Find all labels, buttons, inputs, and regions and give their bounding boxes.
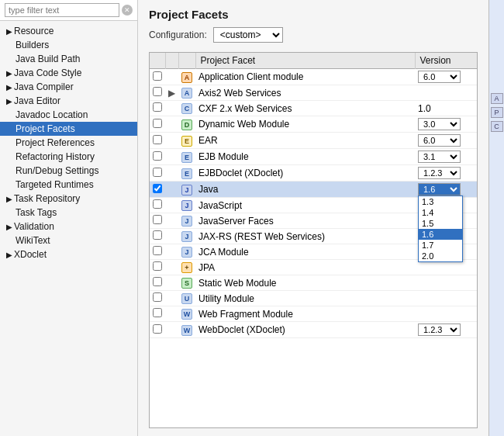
sidebar-item-7[interactable]: Project Facets bbox=[0, 122, 137, 136]
sidebar-item-6[interactable]: Javadoc Location bbox=[0, 108, 137, 122]
sidebar-item-10[interactable]: Run/Debug Settings bbox=[0, 164, 137, 178]
row-checkbox[interactable] bbox=[153, 215, 162, 224]
row-facet-icon-cell: D bbox=[178, 116, 195, 133]
version-select[interactable]: 3.0 bbox=[418, 118, 461, 130]
row-expand-arrow bbox=[165, 306, 178, 322]
version-select[interactable]: 6.0 bbox=[418, 71, 461, 83]
row-checkbox[interactable] bbox=[153, 151, 162, 161]
sidebar-item-8[interactable]: Project References bbox=[0, 136, 137, 150]
dropdown-option[interactable]: 2.0 bbox=[419, 251, 462, 261]
right-panel: A P C bbox=[488, 0, 504, 436]
row-checkbox[interactable] bbox=[153, 71, 162, 81]
facet-icon: J bbox=[181, 216, 192, 227]
sidebar-item-label: Java Code Style bbox=[14, 67, 81, 78]
config-select[interactable]: <custom> bbox=[213, 27, 283, 43]
sidebar-item-label: Builders bbox=[16, 40, 49, 50]
java-version-dropdown[interactable]: 1.31.41.51.61.72.0 bbox=[418, 196, 463, 262]
sidebar-item-16[interactable]: ▶XDoclet bbox=[0, 247, 137, 261]
facets-table-wrapper: Project Facet Version AApplication Clien… bbox=[149, 52, 478, 428]
sidebar-item-label: Run/Debug Settings bbox=[16, 165, 98, 176]
sidebar-items-list: ▶ResourceBuildersJava Build Path▶Java Co… bbox=[0, 21, 137, 436]
row-checkbox[interactable] bbox=[153, 102, 162, 112]
row-checkbox[interactable] bbox=[153, 324, 162, 334]
row-checkbox[interactable] bbox=[153, 246, 162, 255]
sidebar-item-13[interactable]: Task Tags bbox=[0, 206, 137, 220]
clear-search-button[interactable]: ✕ bbox=[122, 5, 133, 16]
row-checkbox[interactable] bbox=[153, 261, 162, 271]
sidebar-item-label: Java Compiler bbox=[14, 81, 74, 92]
row-checkbox-cell bbox=[150, 133, 165, 149]
java-version-select[interactable]: 1.31.41.51.61.72.0 bbox=[418, 183, 461, 196]
facet-icon: E bbox=[181, 136, 192, 147]
sidebar-item-5[interactable]: ▶Java Editor bbox=[0, 94, 137, 108]
row-expand-arrow bbox=[165, 116, 178, 133]
sidebar-item-1[interactable]: Builders bbox=[0, 38, 137, 52]
row-checkbox[interactable] bbox=[153, 277, 162, 286]
version-select[interactable]: 1.2.3 bbox=[418, 324, 461, 336]
row-facet-icon-cell: E bbox=[178, 133, 195, 149]
dropdown-option[interactable]: 1.5 bbox=[419, 218, 462, 229]
version-select[interactable]: 1.2.3 bbox=[418, 167, 461, 179]
row-expand-arrow bbox=[165, 291, 178, 306]
row-facet-icon-cell: W bbox=[178, 306, 195, 322]
facet-icon: J bbox=[181, 200, 192, 211]
row-facet-name: JCA Module bbox=[195, 244, 415, 260]
sidebar: ✕ ▶ResourceBuildersJava Build Path▶Java … bbox=[0, 0, 138, 436]
row-checkbox[interactable] bbox=[153, 135, 162, 144]
row-expand-arrow[interactable]: ▶ bbox=[165, 85, 178, 101]
row-checkbox[interactable] bbox=[153, 168, 162, 177]
version-select[interactable]: 3.1 bbox=[418, 151, 461, 163]
facet-icon: C bbox=[181, 103, 192, 114]
row-checkbox-cell bbox=[150, 306, 165, 322]
facet-icon: J bbox=[181, 185, 192, 196]
sidebar-item-12[interactable]: ▶Task Repository bbox=[0, 192, 137, 206]
right-btn-a[interactable]: A bbox=[491, 93, 503, 104]
row-facet-icon-cell: + bbox=[178, 260, 195, 275]
dropdown-option[interactable]: 1.3 bbox=[419, 196, 462, 207]
row-facet-name: EJB Module bbox=[195, 149, 415, 165]
sidebar-item-14[interactable]: ▶Validation bbox=[0, 220, 137, 234]
facet-icon: D bbox=[181, 119, 192, 130]
row-facet-icon-cell: C bbox=[178, 101, 195, 116]
sidebar-search-bar[interactable]: ✕ bbox=[0, 0, 137, 21]
row-checkbox[interactable] bbox=[153, 292, 162, 302]
sidebar-item-label: Targeted Runtimes bbox=[16, 179, 94, 190]
sidebar-item-label: Project References bbox=[16, 137, 95, 148]
sidebar-item-11[interactable]: Targeted Runtimes bbox=[0, 178, 137, 192]
row-facet-name: Application Client module bbox=[195, 69, 415, 85]
row-checkbox[interactable] bbox=[153, 230, 162, 240]
sidebar-item-15[interactable]: WikiText bbox=[0, 234, 137, 247]
sidebar-item-2[interactable]: Java Build Path bbox=[0, 52, 137, 66]
sidebar-item-label: Javadoc Location bbox=[16, 109, 88, 120]
row-facet-icon-cell: J bbox=[178, 182, 195, 198]
right-btn-p[interactable]: P bbox=[491, 107, 503, 118]
row-facet-name: Utility Module bbox=[195, 291, 415, 306]
table-row: EEAR6.0 bbox=[150, 133, 477, 149]
dropdown-option[interactable]: 1.6 bbox=[419, 229, 462, 240]
facet-icon: + bbox=[181, 262, 192, 273]
row-expand-arrow bbox=[165, 260, 178, 275]
row-checkbox[interactable] bbox=[153, 119, 162, 128]
row-checkbox[interactable] bbox=[153, 308, 162, 317]
sidebar-arrow-icon: ▶ bbox=[6, 251, 12, 259]
row-checkbox[interactable] bbox=[153, 184, 162, 193]
row-expand-arrow bbox=[165, 244, 178, 260]
row-version-cell: 6.0 bbox=[415, 69, 477, 85]
col-icon-header bbox=[178, 53, 195, 69]
row-facet-name: JavaServer Faces bbox=[195, 213, 415, 229]
row-checkbox[interactable] bbox=[153, 199, 162, 209]
right-btn-c[interactable]: C bbox=[491, 121, 503, 132]
sidebar-item-3[interactable]: ▶Java Code Style bbox=[0, 66, 137, 80]
row-facet-icon-cell: W bbox=[178, 322, 195, 338]
sidebar-item-9[interactable]: Refactoring History bbox=[0, 150, 137, 164]
sidebar-item-0[interactable]: ▶Resource bbox=[0, 24, 137, 38]
row-checkbox[interactable] bbox=[153, 87, 162, 96]
search-input[interactable] bbox=[5, 3, 119, 17]
dropdown-option[interactable]: 1.4 bbox=[419, 207, 462, 218]
row-expand-arrow bbox=[165, 229, 178, 244]
version-select[interactable]: 6.0 bbox=[418, 134, 461, 147]
sidebar-item-4[interactable]: ▶Java Compiler bbox=[0, 80, 137, 94]
dropdown-option[interactable]: 1.7 bbox=[419, 240, 462, 251]
row-facet-name: Axis2 Web Services bbox=[195, 85, 415, 101]
sidebar-item-label: XDoclet bbox=[14, 249, 47, 260]
